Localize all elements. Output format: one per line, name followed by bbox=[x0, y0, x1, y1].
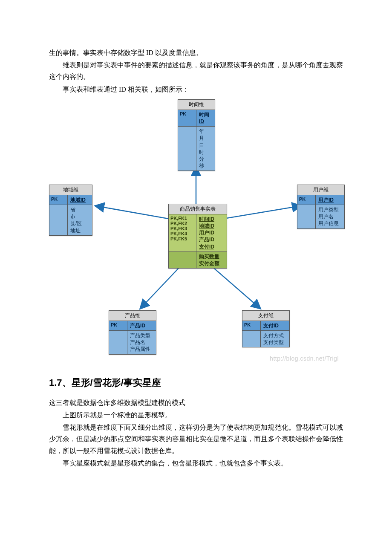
paragraph-intro-2: 维表则是对事实表中事件的要素的描述信息，就是你观察该事务的角度，是从哪个角度去观… bbox=[49, 59, 343, 82]
attr-blank bbox=[297, 205, 316, 228]
entity-title: 时间维 bbox=[178, 100, 215, 110]
pk-value: 产品ID bbox=[127, 321, 156, 330]
svg-line-3 bbox=[141, 266, 181, 308]
entity-time-dimension: 时间维 PK 时间ID 年 月 日 时 分 秒 bbox=[178, 99, 215, 171]
section-heading: 1.7、星形/雪花形/事实星座 bbox=[49, 376, 343, 389]
entity-title: 商品销售事实表 bbox=[169, 204, 227, 214]
pk-value: 时间ID bbox=[196, 110, 215, 126]
entity-fact-table: 商品销售事实表 PK,FK1 PK,FK2 PK,FK3 PK,FK4 PK,F… bbox=[168, 204, 227, 269]
watermark-text: http://blog.csdn.net/Trigl bbox=[270, 355, 339, 362]
pk-label: PK bbox=[109, 321, 127, 330]
entity-attrs: 支付方式 支付类型 bbox=[261, 331, 289, 347]
pk-label: PK bbox=[297, 195, 316, 205]
entity-title: 地域维 bbox=[49, 185, 92, 195]
entity-payment-dimension: 支付维 PK 支付ID 支付方式 支付类型 bbox=[242, 310, 290, 348]
attr-blank bbox=[49, 205, 68, 235]
entity-title: 产品维 bbox=[109, 311, 156, 321]
paragraph-sec-1: 这三者就是数据仓库多维数据模型建模的模式 bbox=[49, 397, 343, 408]
attr-blank bbox=[109, 331, 127, 354]
entity-attrs: 用户类型 用户名 用户信息 bbox=[316, 205, 344, 228]
fact-measures: 购买数量 实付金额 bbox=[196, 252, 227, 268]
entity-title: 用户维 bbox=[297, 185, 344, 195]
pk-value: 用户ID bbox=[316, 195, 344, 205]
fact-key-values: 时间ID 地域ID 用户ID 产品ID 支付ID bbox=[196, 214, 227, 251]
pk-label: PK bbox=[242, 321, 261, 330]
entity-attrs: 产品类型 产品名 产品属性 bbox=[127, 331, 156, 354]
attr-blank bbox=[178, 127, 196, 171]
entity-user-dimension: 用户维 PK 用户ID 用户类型 用户名 用户信息 bbox=[297, 185, 345, 229]
attr-blank bbox=[169, 252, 196, 268]
pk-value: 支付ID bbox=[261, 321, 289, 330]
attr-blank bbox=[242, 331, 261, 347]
fact-key-labels: PK,FK1 PK,FK2 PK,FK3 PK,FK4 PK,FK5 bbox=[169, 214, 196, 251]
entity-attrs: 省 市 县/区 地址 bbox=[68, 205, 92, 235]
paragraph-intro-3: 事实表和维表通过 ID 相关联，如图所示： bbox=[49, 84, 343, 95]
entity-title: 支付维 bbox=[242, 311, 289, 321]
paragraph-sec-4: 事实星座模式就是星形模式的集合，包含星形模式，也就包含多个事实表。 bbox=[49, 457, 343, 469]
entity-attrs: 年 月 日 时 分 秒 bbox=[196, 127, 215, 171]
star-schema-diagram: 时间维 PK 时间ID 年 月 日 时 分 秒 地域维 PK 地域ID 省 市 … bbox=[49, 99, 343, 364]
document-page: 生的事情。事实表中存储数字型 ID 以及度量信息。 维表则是对事实表中事件的要素… bbox=[0, 0, 392, 512]
paragraph-intro-1: 生的事情。事实表中存储数字型 ID 以及度量信息。 bbox=[49, 47, 343, 58]
pk-value: 地域ID bbox=[68, 195, 92, 205]
paragraph-sec-3: 雪花形就是在维度下面又细分出维度，这样切分是为了使表结构更加规范化。雪花模式可以… bbox=[49, 422, 343, 457]
entity-product-dimension: 产品维 PK 产品ID 产品类型 产品名 产品属性 bbox=[109, 310, 156, 355]
entity-region-dimension: 地域维 PK 地域ID 省 市 县/区 地址 bbox=[49, 185, 92, 236]
svg-line-2 bbox=[224, 206, 300, 219]
svg-line-1 bbox=[96, 206, 168, 219]
pk-label: PK bbox=[178, 110, 196, 126]
svg-line-4 bbox=[211, 266, 260, 308]
pk-label: PK bbox=[49, 195, 68, 205]
paragraph-sec-2: 上图所示就是一个标准的星形模型。 bbox=[49, 409, 343, 421]
